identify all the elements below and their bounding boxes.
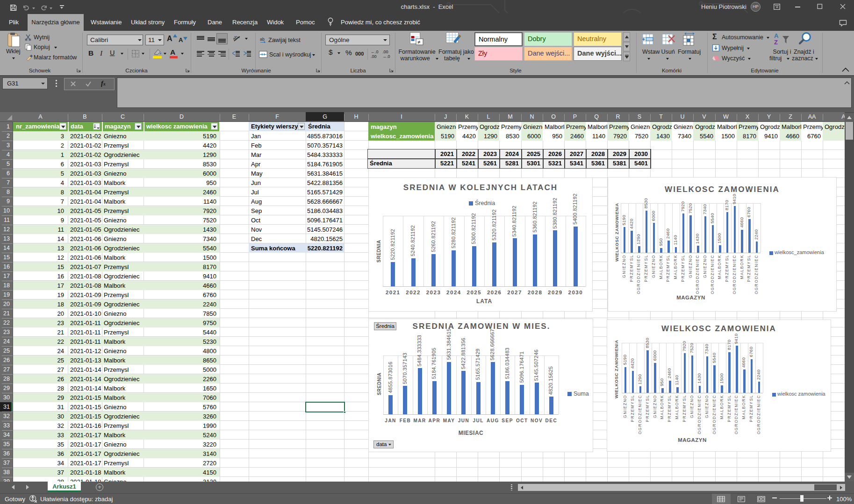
svg-text:.00: .00 [382, 50, 388, 54]
svg-text:ab: ab [260, 37, 265, 42]
svg-text:A: A [774, 32, 779, 39]
svg-text:←.0: ←.0 [371, 50, 379, 54]
svg-text:.00: .00 [371, 54, 377, 58]
svg-text:Z: Z [774, 39, 778, 45]
svg-text:≠: ≠ [417, 39, 420, 45]
svg-text:ab: ab [233, 35, 239, 42]
svg-text:→.0: →.0 [382, 54, 390, 58]
